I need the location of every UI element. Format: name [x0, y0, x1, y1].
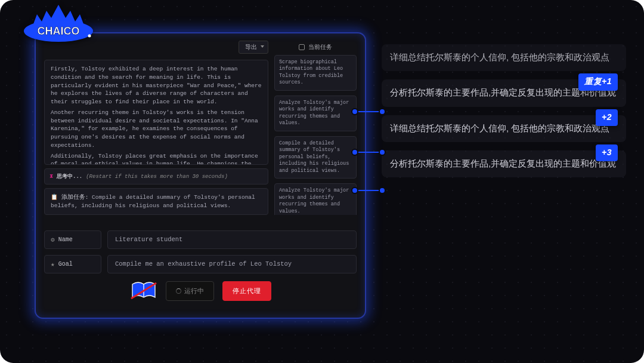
output-paragraph: Additionally, Tolstoy places great empha…: [51, 152, 262, 165]
button-row: 运行中 停止代理: [44, 281, 357, 301]
analysis-text: 详细总结托尔斯泰的个人信仰, 包括他的宗教和政治观点: [390, 52, 609, 62]
task-item[interactable]: Compile a detailed summary of Tolstoy's …: [274, 136, 357, 179]
duplicate-badge: +2: [596, 109, 618, 127]
duplicate-badge: +3: [596, 144, 618, 162]
thinking-status: ⧗ 思考中... (Restart if this takes more tha…: [44, 168, 268, 184]
output-text: Firstly, Tolstoy exhibited a deep intere…: [44, 60, 268, 165]
task-item[interactable]: Scrape biographical information about Le…: [274, 55, 357, 91]
running-label: 运行中: [184, 288, 204, 295]
star-icon: ★: [51, 260, 55, 268]
spinner-icon: [176, 288, 181, 294]
task-item[interactable]: Analyze Tolstoy's major works and identi…: [274, 183, 357, 215]
output-paragraph: Firstly, Tolstoy exhibited a deep intere…: [51, 65, 262, 106]
panel-top: 导出 Firstly, Tolstoy exhibited a deep int…: [44, 41, 357, 215]
addtask-label: 添加任务:: [61, 194, 89, 201]
stop-agent-button[interactable]: 停止代理: [222, 281, 271, 301]
agent-panel: 导出 Firstly, Tolstoy exhibited a deep int…: [35, 32, 366, 319]
goal-label: ★ Goal: [44, 255, 101, 273]
analysis-text: 分析托尔斯泰的主要作品,并确定反复出现的主题和价值观: [390, 158, 616, 168]
list-icon: [299, 44, 305, 50]
analysis-panel: 详细总结托尔斯泰的个人信仰, 包括他的宗教和政治观点 重复+1 分析托尔斯泰的主…: [382, 44, 626, 177]
hourglass-icon: ⧗: [49, 174, 53, 180]
goal-field[interactable]: Compile me an exhaustive profile of Leo …: [107, 255, 357, 273]
thinking-hint: (Restart if this takes more than 30 seco…: [86, 174, 228, 180]
brand-logo: CHAICO: [17, 4, 100, 48]
goal-label-text: Goal: [58, 261, 73, 267]
globe-icon: ⚙: [51, 236, 55, 244]
name-label: ⚙ Name: [44, 230, 101, 249]
name-label-text: Name: [58, 236, 73, 243]
output-paragraph: Another recurring theme in Tolstoy's wor…: [51, 109, 262, 150]
svg-point-2: [88, 35, 91, 38]
output-column: 导出 Firstly, Tolstoy exhibited a deep int…: [44, 41, 268, 215]
analysis-card: +2 详细总结托尔斯泰的个人信仰, 包括他的宗教和政治观点: [382, 115, 626, 142]
thinking-label: 思考中...: [57, 173, 82, 180]
task-column: 当前任务 Scrape biographical information abo…: [274, 41, 357, 215]
analysis-card: 详细总结托尔斯泰的个人信仰, 包括他的宗教和政治观点: [382, 44, 626, 71]
connector-line: [354, 190, 383, 191]
task-header: 当前任务: [274, 41, 357, 55]
task-item[interactable]: Analyze Tolstoy's major works and identi…: [274, 96, 357, 131]
name-row: ⚙ Name Literature student: [44, 230, 357, 249]
svg-text:CHAICO: CHAICO: [38, 25, 80, 37]
clipboard-icon: 📋: [51, 194, 58, 201]
fields: ⚙ Name Literature student ★ Goal Compile…: [44, 230, 357, 273]
connector-line: [354, 152, 383, 153]
goal-row: ★ Goal Compile me an exhaustive profile …: [44, 255, 357, 273]
add-task-line: 📋 添加任务: Compile a detailed summary of To…: [44, 188, 268, 215]
export-button[interactable]: 导出: [239, 41, 268, 54]
running-button[interactable]: 运行中: [166, 281, 214, 301]
analysis-text: 详细总结托尔斯泰的个人信仰, 包括他的宗教和政治观点: [390, 123, 609, 133]
task-list: Scrape biographical information about Le…: [274, 55, 357, 215]
analysis-card: +3 分析托尔斯泰的主要作品,并确定反复出现的主题和价值观: [382, 150, 626, 177]
task-header-label: 当前任务: [308, 43, 332, 51]
duplicate-badge: 重复+1: [578, 73, 618, 91]
name-field[interactable]: Literature student: [107, 230, 357, 249]
book-icon: [130, 281, 157, 301]
analysis-card: 重复+1 分析托尔斯泰的主要作品,并确定反复出现的主题和价值观: [382, 79, 626, 106]
connector-line: [354, 111, 383, 112]
